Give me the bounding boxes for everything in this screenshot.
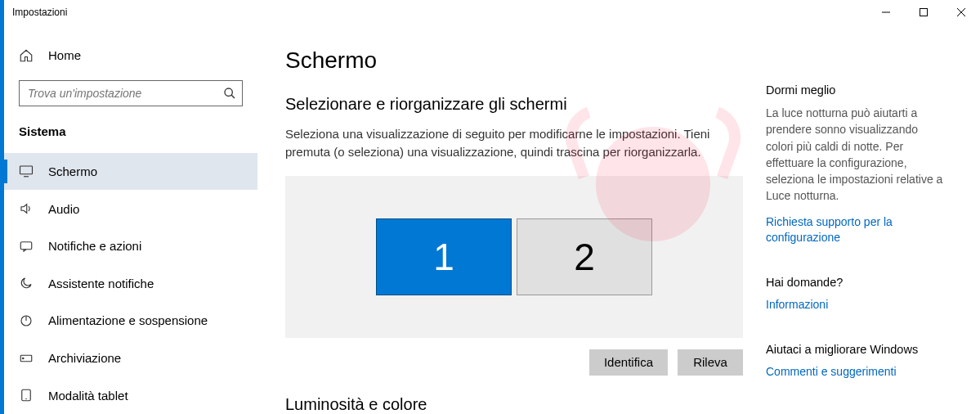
storage-icon (19, 351, 34, 366)
main-content: Schermo Selezionare e riorganizzare gli … (257, 25, 980, 414)
titlebar: Impostazioni (4, 0, 980, 25)
sidebar-item-label: Assistente notifiche (48, 277, 154, 290)
sidebar-item-label: Modalità tablet (48, 389, 128, 403)
sidebar-item-notifications[interactable]: Notifiche e azioni (4, 227, 257, 265)
close-button[interactable] (942, 0, 980, 25)
display-arrangement-area[interactable]: 1 2 (285, 176, 743, 338)
speaker-icon (19, 201, 34, 216)
sidebar-item-display[interactable]: Schermo (4, 153, 257, 191)
home-icon (19, 48, 34, 63)
identify-button[interactable]: Identifica (589, 349, 668, 376)
svg-point-4 (225, 88, 232, 96)
questions-title: Hai domande? (766, 276, 947, 289)
notification-icon (19, 239, 34, 254)
sidebar-item-label: Schermo (48, 164, 97, 178)
sidebar-home[interactable]: Home (4, 39, 257, 72)
info-link[interactable]: Informazioni (766, 297, 947, 313)
window-title: Impostazioni (12, 7, 67, 18)
svg-rect-9 (20, 241, 32, 249)
sidebar-item-audio[interactable]: Audio (4, 190, 257, 227)
svg-marker-8 (21, 205, 27, 214)
search-icon (223, 87, 236, 100)
svg-line-5 (231, 95, 235, 98)
feedback-title: Aiutaci a migliorare Windows (766, 343, 947, 356)
monitor-2[interactable]: 2 (517, 218, 652, 295)
brightness-section-title: Luminosità e colore (285, 395, 743, 414)
config-support-link[interactable]: Richiesta supporto per la configurazione (766, 214, 947, 246)
power-icon (19, 313, 34, 328)
monitor-icon (19, 164, 34, 178)
page-title: Schermo (285, 47, 743, 74)
tablet-icon (19, 388, 34, 403)
svg-point-13 (23, 358, 25, 359)
sleep-better-title: Dormi meglio (766, 83, 947, 97)
detect-button[interactable]: Rileva (678, 349, 743, 376)
sidebar-item-label: Notifiche e azioni (48, 239, 141, 253)
arrange-section-title: Selezionare e riorganizzare gli schermi (285, 95, 743, 114)
maximize-button[interactable] (905, 0, 942, 25)
info-panel: Dormi meglio La luce notturna può aiutar… (743, 47, 964, 414)
sidebar-item-label: Alimentazione e sospensione (48, 313, 208, 327)
sidebar-item-focus-assist[interactable]: Assistente notifiche (4, 265, 257, 303)
sidebar-item-tablet[interactable]: Modalità tablet (4, 376, 257, 414)
monitor-1[interactable]: 1 (376, 218, 512, 295)
feedback-link[interactable]: Commenti e suggerimenti (766, 364, 947, 380)
sidebar-item-label: Archiviazione (48, 351, 121, 365)
sidebar-item-storage[interactable]: Archiviazione (4, 340, 257, 377)
sidebar-item-power[interactable]: Alimentazione e sospensione (4, 302, 257, 340)
sidebar-item-label: Audio (48, 202, 79, 216)
sidebar-home-label: Home (48, 48, 81, 62)
arrange-section-desc: Seleziona una visualizzazione di seguito… (285, 125, 727, 161)
sidebar: Home Sistema Schermo Audio Notifiche e a… (4, 25, 257, 414)
search-input[interactable] (19, 80, 243, 106)
moon-icon (19, 276, 34, 290)
minimize-button[interactable] (867, 0, 905, 25)
sidebar-category: Sistema (4, 106, 257, 153)
sleep-better-text: La luce notturna può aiutarti a prendere… (766, 105, 947, 205)
svg-rect-1 (920, 9, 928, 16)
svg-rect-6 (20, 166, 33, 174)
